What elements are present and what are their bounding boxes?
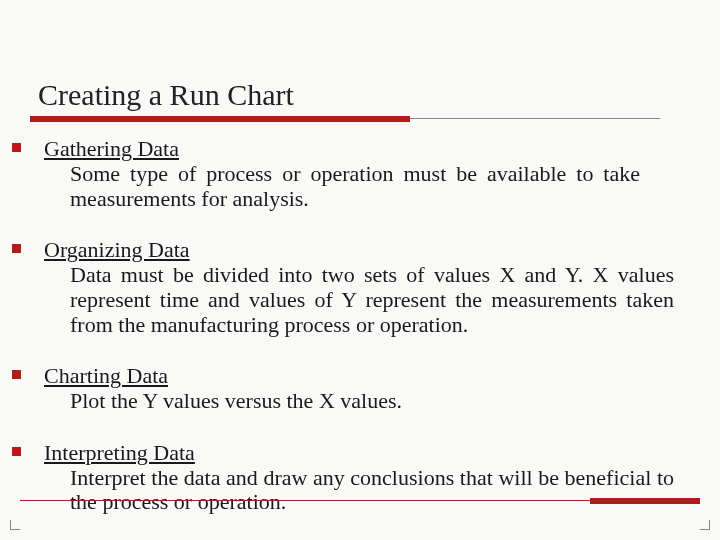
item-heading: Organizing Data	[44, 237, 680, 263]
bullet-list: Gathering Data Some type of process or o…	[10, 136, 680, 515]
corner-decoration	[10, 520, 20, 530]
item-heading: Interpreting Data	[44, 440, 680, 466]
list-item: Gathering Data Some type of process or o…	[10, 136, 680, 211]
bullet-icon	[12, 370, 21, 379]
item-body: Plot the Y values versus the X values.	[44, 389, 680, 414]
item-heading: Charting Data	[44, 363, 680, 389]
item-body: Some type of process or operation must b…	[44, 162, 680, 211]
item-body: Data must be divided into two sets of va…	[44, 263, 680, 337]
footer-divider	[20, 498, 700, 504]
corner-decoration	[700, 520, 710, 530]
title-divider	[10, 116, 680, 122]
slide: Creating a Run Chart Gathering Data Some…	[0, 0, 720, 540]
list-item: Charting Data Plot the Y values versus t…	[10, 363, 680, 414]
item-heading: Gathering Data	[44, 136, 680, 162]
list-item: Organizing Data Data must be divided int…	[10, 237, 680, 337]
bullet-icon	[12, 244, 21, 253]
bullet-icon	[12, 143, 21, 152]
bullet-icon	[12, 447, 21, 456]
page-title: Creating a Run Chart	[38, 78, 680, 112]
item-body: Interpret the data and draw any conclusi…	[44, 466, 680, 515]
